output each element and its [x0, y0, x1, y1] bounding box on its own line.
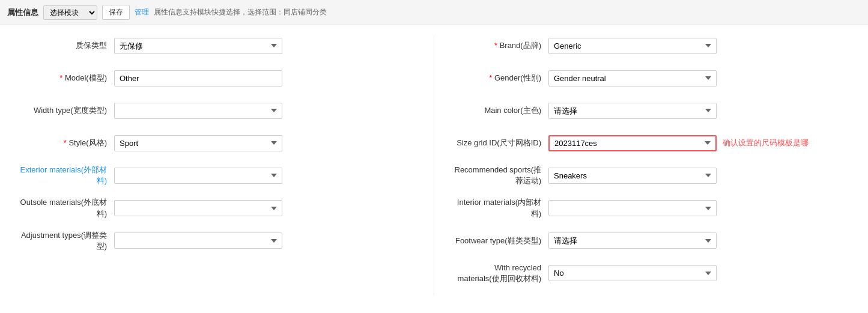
brand-select-wrapper: Generic — [548, 38, 717, 54]
brand-control: Generic — [548, 38, 717, 54]
adjustment-control — [114, 232, 282, 249]
recommended-select-wrapper: Sneakers — [548, 168, 717, 184]
size-grid-label: Size grid ID(尺寸网格ID) — [452, 138, 548, 148]
footwear-row: Footwear type(鞋类类型) 请选择 — [452, 230, 850, 252]
recycled-select-wrapper: No — [548, 265, 717, 281]
footwear-control: 请选择 — [548, 232, 717, 249]
outsole-select[interactable] — [114, 200, 282, 216]
style-label: Style(风格) — [18, 138, 114, 148]
recommended-select[interactable]: Sneakers — [548, 168, 717, 184]
model-control — [114, 70, 282, 87]
width-select[interactable] — [114, 103, 282, 119]
main-color-row: Main color(主色) 请选择 — [452, 100, 850, 121]
width-control — [114, 103, 282, 119]
size-grid-select[interactable]: 2023117ces — [548, 135, 717, 151]
model-label: Model(模型) — [18, 73, 114, 84]
exterior-control — [114, 168, 282, 184]
adjustment-select[interactable] — [114, 232, 282, 249]
interior-control — [548, 200, 717, 216]
gender-select[interactable]: Gender neutral — [548, 70, 717, 87]
size-grid-row: Size grid ID(尺寸网格ID) 2023117ces 确认设置的尺码模… — [452, 132, 850, 154]
recommended-control: Sneakers — [548, 168, 717, 184]
width-row: Width type(宽度类型) — [18, 100, 416, 121]
recycled-control: No — [548, 265, 717, 281]
footwear-select[interactable]: 请选择 — [548, 232, 717, 249]
gender-control: Gender neutral — [548, 70, 717, 87]
style-row: Style(风格) Sport — [18, 132, 416, 154]
width-label: Width type(宽度类型) — [18, 105, 114, 116]
brand-row: Brand(品牌) Generic — [452, 35, 850, 56]
exterior-select-wrapper — [114, 168, 282, 184]
interior-select[interactable] — [548, 200, 717, 216]
adjustment-row: Adjustment types(调整类型) — [18, 230, 416, 252]
warranty-row: 质保类型 无保修 — [18, 35, 416, 56]
exterior-label: Exterior materials(外部材料) — [18, 165, 114, 186]
main-color-control: 请选择 — [548, 103, 717, 119]
outsole-label: Outsole materials(外底材料) — [18, 197, 114, 219]
recommended-label: Recommended sports(推荐运动) — [452, 165, 548, 186]
module-select[interactable]: 选择模块 — [43, 5, 97, 20]
main-color-select[interactable]: 请选择 — [548, 103, 717, 119]
toolbar-title: 属性信息 — [7, 7, 38, 18]
recommended-row: Recommended sports(推荐运动) Sneakers — [452, 165, 850, 186]
gender-select-wrapper: Gender neutral — [548, 70, 717, 87]
warranty-label: 质保类型 — [18, 40, 114, 51]
left-panel: 质保类型 无保修 Model(模型) Width type(宽度类型) — [0, 35, 434, 295]
right-panel: Brand(品牌) Generic Gender(性别) Gender neut… — [434, 35, 868, 295]
exterior-row: Exterior materials(外部材料) — [18, 165, 416, 186]
outsole-select-wrapper — [114, 200, 282, 216]
toolbar: 属性信息 选择模块 保存 管理 属性信息支持模块快捷选择，选择范围：同店铺同分类 — [0, 0, 868, 25]
model-row: Model(模型) — [18, 67, 416, 89]
adjustment-label: Adjustment types(调整类型) — [18, 230, 114, 252]
size-grid-control: 2023117ces — [548, 135, 717, 151]
footwear-label: Footwear type(鞋类类型) — [452, 236, 548, 246]
outsole-control — [114, 200, 282, 216]
warranty-select-wrapper: 无保修 — [114, 38, 282, 54]
style-select-wrapper: Sport — [114, 135, 282, 151]
warranty-select[interactable]: 无保修 — [114, 38, 282, 54]
main-color-select-wrapper: 请选择 — [548, 103, 717, 119]
size-grid-annotation: 确认设置的尺码模板是哪 — [723, 138, 809, 148]
main-content: 质保类型 无保修 Model(模型) Width type(宽度类型) — [0, 25, 868, 305]
size-grid-select-wrapper: 2023117ces — [548, 135, 717, 151]
width-select-wrapper — [114, 103, 282, 119]
interior-select-wrapper — [548, 200, 717, 216]
outsole-row: Outsole materials(外底材料) — [18, 197, 416, 219]
adjustment-select-wrapper — [114, 232, 282, 249]
footwear-select-wrapper: 请选择 — [548, 232, 717, 249]
manage-link[interactable]: 管理 — [135, 7, 149, 17]
brand-select[interactable]: Generic — [548, 38, 717, 54]
save-button[interactable]: 保存 — [102, 5, 130, 20]
recycled-select[interactable]: No — [548, 265, 717, 281]
model-input[interactable] — [114, 70, 282, 87]
main-color-label: Main color(主色) — [452, 105, 548, 116]
recycled-row: With recycled materials(使用回收材料) No — [452, 263, 850, 284]
brand-label: Brand(品牌) — [452, 40, 548, 51]
warranty-control: 无保修 — [114, 38, 282, 54]
toolbar-description: 属性信息支持模块快捷选择，选择范围：同店铺同分类 — [154, 7, 327, 17]
style-control: Sport — [114, 135, 282, 151]
interior-row: Interior materials(内部材料) — [452, 197, 850, 219]
gender-label: Gender(性别) — [452, 73, 548, 84]
interior-label: Interior materials(内部材料) — [452, 197, 548, 219]
recycled-label: With recycled materials(使用回收材料) — [452, 263, 548, 284]
exterior-select[interactable] — [114, 168, 282, 184]
gender-row: Gender(性别) Gender neutral — [452, 67, 850, 89]
style-select[interactable]: Sport — [114, 135, 282, 151]
